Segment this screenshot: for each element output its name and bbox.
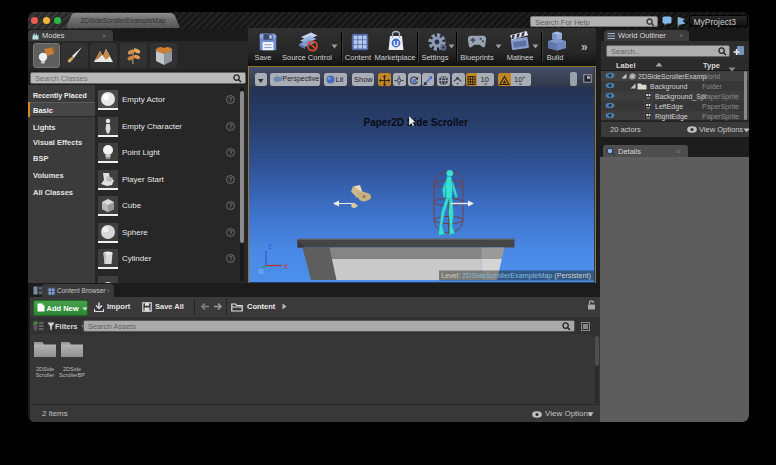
svg-text:?: ? (229, 229, 233, 236)
svg-text:?: ? (229, 123, 233, 130)
svg-text:?: ? (229, 255, 233, 262)
svg-text:2DSideScrollerExampleMap: 2DSideScrollerExampleMap (81, 17, 166, 25)
svg-text:Paper2D Side Scroller: Paper2D Side Scroller (364, 117, 469, 128)
svg-text:U: U (393, 39, 398, 48)
svg-text:X: X (284, 263, 289, 271)
svg-text:?: ? (229, 202, 233, 209)
svg-text:?: ? (229, 176, 233, 183)
svg-text:?: ? (229, 96, 233, 103)
svg-text:Level: 2DSideScrollerExampleMa: Level: 2DSideScrollerExampleMap (Persist… (441, 271, 591, 280)
svg-text:Z: Z (268, 243, 272, 251)
svg-text:?: ? (229, 149, 233, 156)
